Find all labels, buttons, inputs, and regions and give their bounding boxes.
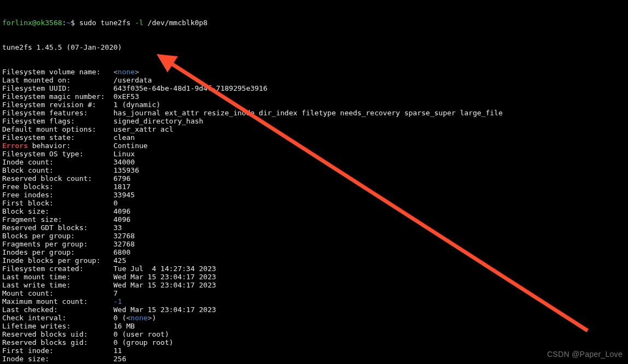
- output-row: Reserved blocks gid: 0 (group root): [2, 338, 626, 347]
- row-value: 34000: [114, 158, 135, 166]
- row-value: -1: [114, 297, 122, 306]
- row-value: 135936: [114, 166, 139, 174]
- row-value: 33945: [114, 191, 135, 199]
- output-row: Reserved block count: 6796: [2, 174, 626, 183]
- row-value: 32768: [114, 232, 135, 240]
- output-row: Last write time: Wed Mar 15 23:04:17 202…: [2, 281, 626, 289]
- row-label: Filesystem UUID:: [2, 84, 114, 92]
- output-row: Filesystem magic number: 0xEF53: [2, 92, 626, 101]
- row-value: user_xattr acl: [114, 125, 174, 133]
- output-row: Default mount options: user_xattr acl: [2, 125, 626, 133]
- row-label: Default mount options:: [2, 125, 114, 133]
- row-value: Wed Mar 15 23:04:17 2023: [114, 306, 216, 314]
- output-row: Inodes per group: 6800: [2, 248, 626, 256]
- row-value: Continue: [114, 142, 148, 150]
- row-label: Block count:: [2, 166, 114, 174]
- row-label: Filesystem magic number:: [2, 92, 114, 101]
- row-value: Wed Mar 15 23:04:17 2023: [114, 281, 216, 289]
- row-label: Inode count:: [2, 158, 114, 166]
- row-value: 0xEF53: [114, 92, 139, 101]
- row-label: Inode blocks per group:: [2, 256, 114, 265]
- row-value: 16 MB: [114, 322, 135, 330]
- row-value: ): [152, 314, 156, 322]
- output-row: Last checked: Wed Mar 15 23:04:17 2023: [2, 306, 626, 314]
- row-value: 0 (: [114, 314, 126, 322]
- version-line: tune2fs 1.45.5 (07-Jan-2020): [2, 43, 626, 51]
- row-value: 4096: [114, 215, 131, 224]
- row-value: Linux: [114, 150, 135, 158]
- output-row: First block: 0: [2, 199, 626, 207]
- output-row: Filesystem created: Tue Jul 4 14:27:34 2…: [2, 265, 626, 273]
- angle-open: <: [126, 314, 131, 322]
- output-row: Filesystem OS type: Linux: [2, 150, 626, 158]
- row-label: Inodes per group:: [2, 248, 114, 256]
- row-label: Reserved blocks gid:: [2, 338, 114, 347]
- row-label: Filesystem flags:: [2, 117, 114, 125]
- row-value: 11: [114, 347, 122, 355]
- cmd-arg: /dev/mmcblk0p8: [143, 19, 207, 27]
- row-value: /userdata: [114, 76, 152, 84]
- angle-close: >: [135, 68, 139, 76]
- row-value: 425: [114, 256, 126, 265]
- row-label: Blocks per group:: [2, 232, 114, 240]
- output-row: Filesystem state: clean: [2, 133, 626, 142]
- angle-close: >: [148, 314, 152, 322]
- output-row: Blocks per group: 32768: [2, 232, 626, 240]
- row-value: Tue Jul 4 14:27:34 2023: [114, 265, 216, 273]
- row-label: Last write time:: [2, 281, 114, 289]
- row-label: Fragment size:: [2, 215, 114, 224]
- row-value: 33: [114, 224, 122, 232]
- row-label: Check interval:: [2, 314, 114, 322]
- row-label: Filesystem created:: [2, 265, 114, 273]
- output-row: Errors behavior: Continue: [2, 142, 626, 150]
- row-value: 256: [114, 355, 126, 363]
- output-row: Maximum mount count: -1: [2, 297, 626, 306]
- row-label: Reserved block count:: [2, 174, 114, 183]
- row-label: behavior:: [28, 142, 114, 150]
- row-label: Free blocks:: [2, 183, 114, 191]
- output-row: Free blocks: 1817: [2, 183, 626, 191]
- row-label: Filesystem features:: [2, 109, 114, 117]
- row-label-error: Errors: [2, 142, 28, 150]
- row-label: Block size:: [2, 207, 114, 215]
- output-row: Check interval: 0 (<none>): [2, 314, 626, 322]
- output-row: First inode: 11: [2, 347, 626, 355]
- output-row: Reserved blocks uid: 0 (user root): [2, 330, 626, 338]
- output-row: Block size: 4096: [2, 207, 626, 215]
- output-row: Filesystem flags: signed_directory_hash: [2, 117, 626, 125]
- output-row: Inode blocks per group: 425: [2, 256, 626, 265]
- row-label: Free inodes:: [2, 191, 114, 199]
- output-row: Filesystem revision #: 1 (dynamic): [2, 101, 626, 109]
- row-value: Wed Mar 15 23:04:17 2023: [114, 273, 216, 281]
- row-label: Maximum mount count:: [2, 297, 114, 306]
- row-value: 0 (user root): [114, 330, 169, 338]
- row-label: Lifetime writes:: [2, 322, 114, 330]
- row-value: has_journal ext_attr resize_inode dir_in…: [114, 109, 503, 117]
- output-row: Free inodes: 33945: [2, 191, 626, 199]
- row-value: 6800: [114, 248, 131, 256]
- row-label: Reserved GDT blocks:: [2, 224, 114, 232]
- output-row: Mount count: 7: [2, 289, 626, 297]
- output-row: Reserved GDT blocks: 33: [2, 224, 626, 232]
- none-literal: none: [131, 314, 148, 322]
- prompt-sep: $: [71, 19, 79, 27]
- prompt-line: forlinx@ok3568:~$ sudo tune2fs -l /dev/m…: [2, 19, 626, 27]
- output-row: Lifetime writes: 16 MB: [2, 322, 626, 330]
- row-value: 0: [114, 199, 118, 207]
- output-row: Fragments per group: 32768: [2, 240, 626, 248]
- row-label: First block:: [2, 199, 114, 207]
- output-row: Last mount time: Wed Mar 15 23:04:17 202…: [2, 273, 626, 281]
- row-value: signed_directory_hash: [114, 117, 203, 125]
- row-value: 7: [114, 289, 118, 297]
- cmd-option: -l: [135, 19, 144, 27]
- row-value: 643f035e-64be-48d1-9d4f-7189295e3916: [114, 84, 268, 92]
- output-row: Block count: 135936: [2, 166, 626, 174]
- row-label: Reserved blocks uid:: [2, 330, 114, 338]
- row-label: Mount count:: [2, 289, 114, 297]
- output-row: Fragment size: 4096: [2, 215, 626, 224]
- row-label: Filesystem revision #:: [2, 101, 114, 109]
- row-value: 1 (dynamic): [114, 101, 161, 109]
- output-row: Filesystem volume name: <none>: [2, 68, 626, 76]
- cmd-sudo: sudo tune2fs: [79, 19, 135, 27]
- row-value: 0 (group root): [114, 338, 174, 347]
